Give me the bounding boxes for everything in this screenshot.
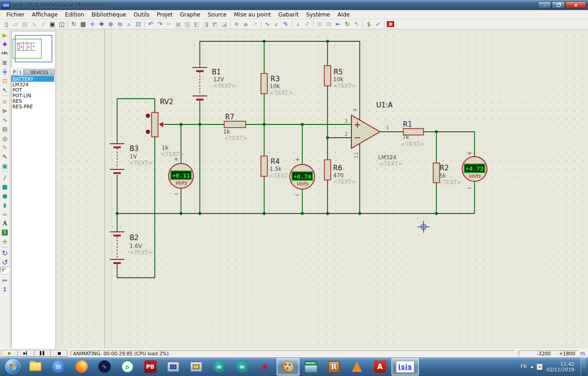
cut-button[interactable]: ✂: [164, 20, 174, 29]
menu-aide[interactable]: Aide: [334, 11, 353, 19]
terminals-mode-button[interactable]: ≡: [0, 97, 10, 106]
device-item-res-pre[interactable]: RES-PRE: [11, 104, 54, 109]
taskbar-thunderbird[interactable]: ✉: [47, 358, 70, 376]
pause-button[interactable]: ▌▌: [34, 350, 51, 357]
goto-parent-button[interactable]: ↰: [352, 20, 361, 29]
text-script-mode-button[interactable]: ≣: [0, 58, 10, 67]
block-delete-button[interactable]: ◪: [220, 20, 229, 29]
origin-button[interactable]: ✛: [88, 20, 97, 29]
device-item-res[interactable]: RES: [11, 98, 54, 104]
2d-symbol-button[interactable]: S: [0, 228, 10, 237]
taskbar-explorer[interactable]: [24, 358, 47, 376]
pick-devices-button[interactable]: P: [11, 69, 17, 75]
remove-sheet-button[interactable]: ⊠: [324, 20, 334, 29]
junction-dot-mode-button[interactable]: ✚: [0, 39, 10, 49]
open-file-button[interactable]: ▱: [11, 20, 20, 29]
rotate-anticlockwise-button[interactable]: ↺: [0, 258, 10, 267]
new-sheet-button[interactable]: ⊞: [315, 20, 324, 29]
2d-path-button[interactable]: ∞: [0, 209, 10, 219]
redo-button[interactable]: ↷: [155, 20, 164, 29]
taskbar-adobe-reader[interactable]: A: [368, 358, 391, 376]
menu-graphe[interactable]: Graphe: [176, 11, 204, 19]
search-and-tag-button[interactable]: ⌕: [272, 20, 281, 29]
pan-button[interactable]: ✚: [97, 20, 106, 29]
goto-sheet-button[interactable]: ⇤: [334, 20, 343, 29]
save-file-button[interactable]: ▤: [20, 20, 29, 29]
menu-projet[interactable]: Projet: [153, 11, 176, 19]
component-mode-button[interactable]: ▶: [0, 30, 10, 39]
menu-source[interactable]: Source: [204, 11, 230, 19]
battery-b1[interactable]: [192, 67, 207, 100]
2d-box-button[interactable]: ■: [0, 182, 10, 191]
taskbar-firefox[interactable]: [70, 358, 93, 376]
virtual-instruments-mode-button[interactable]: ▣: [0, 161, 10, 170]
import-section-button[interactable]: ⇘: [29, 20, 39, 29]
export-section-button[interactable]: ⇗: [39, 20, 48, 29]
find-component-button[interactable]: ⌕: [294, 20, 303, 29]
design-tool-button[interactable]: ✐: [303, 20, 312, 29]
property-assignment-button[interactable]: ✎: [281, 20, 290, 29]
flip-horizontal-button[interactable]: ↔: [0, 275, 10, 285]
graph-mode-button[interactable]: ∿: [0, 115, 10, 124]
zoom-out-button[interactable]: ⊖: [115, 20, 124, 29]
resistor-r6[interactable]: [324, 160, 331, 180]
block-rotate-button[interactable]: ◩: [210, 20, 220, 29]
tray-expand-arrow[interactable]: ▴: [531, 364, 533, 370]
zoom-area-button[interactable]: ⊡: [134, 20, 143, 29]
language-indicator[interactable]: FR: [520, 364, 527, 370]
device-pin-mode-button[interactable]: ⊳: [0, 106, 10, 115]
flip-vertical-button[interactable]: ↕: [0, 285, 10, 294]
menu-outils[interactable]: Outils: [130, 11, 153, 19]
show-desktop-button[interactable]: [581, 357, 586, 376]
taskbar-purebasic[interactable]: PB: [139, 358, 162, 376]
schematic-canvas[interactable]: 3 2 1 4 11 +0.11 Volts + − +: [56, 29, 588, 349]
resistor-r3[interactable]: [261, 73, 267, 94]
taskbar-magnifier-app[interactable]: ⌕: [116, 358, 139, 376]
undo-button[interactable]: ↶: [146, 20, 155, 29]
resistor-r5[interactable]: [324, 66, 331, 86]
2d-marker-button[interactable]: ✛: [0, 237, 10, 246]
device-item-pot[interactable]: POT: [11, 87, 54, 93]
menu-systeme[interactable]: Système: [302, 11, 334, 19]
zoom-in-button[interactable]: ⊕: [106, 20, 115, 29]
step-button[interactable]: ▶▎: [18, 350, 34, 357]
taskbar-isis[interactable]: isis: [391, 358, 419, 376]
2d-circle-button[interactable]: ●: [0, 191, 10, 200]
device-item-lm324[interactable]: LM324: [11, 82, 54, 87]
packaging-tool-button[interactable]: ◆: [241, 20, 250, 29]
taskbar-palette-app[interactable]: [277, 358, 300, 376]
decompose-button[interactable]: ↗: [250, 20, 260, 29]
menu-fichier[interactable]: Fichier: [3, 11, 28, 19]
menu-edition[interactable]: Edition: [62, 11, 88, 19]
restore-button[interactable]: [552, 1, 565, 9]
new-file-button[interactable]: ▯: [2, 20, 11, 29]
copy-button[interactable]: ▣: [174, 20, 183, 29]
library-button[interactable]: L: [17, 69, 24, 75]
print-button[interactable]: ▣: [48, 20, 57, 29]
netlist-to-ares-button[interactable]: ▦: [386, 20, 395, 29]
rotation-angle-display[interactable]: 0°: [0, 267, 10, 273]
play-button[interactable]: ▶: [1, 350, 18, 357]
overview-window[interactable]: [11, 31, 55, 67]
close-button[interactable]: ×: [565, 1, 586, 9]
taskbar-r-app[interactable]: R: [322, 358, 345, 376]
battery-b3[interactable]: [110, 144, 124, 173]
bill-of-materials-button[interactable]: $: [364, 20, 373, 29]
make-device-button[interactable]: ✱: [232, 20, 241, 29]
start-button[interactable]: [2, 358, 24, 376]
minimize-button[interactable]: –: [538, 1, 551, 9]
paste-button[interactable]: ▨: [183, 20, 192, 29]
clock[interactable]: 11:42 02/11/2019: [546, 361, 574, 372]
generator-mode-button[interactable]: ◎: [0, 134, 10, 143]
block-move-button[interactable]: ◨: [201, 20, 210, 29]
device-item-pot-lin[interactable]: POT-LIN: [11, 93, 54, 98]
menu-mise-au-point[interactable]: Mise au point: [230, 11, 275, 19]
erc-report-button[interactable]: ✓: [373, 20, 383, 29]
2d-arc-button[interactable]: ◗: [0, 200, 10, 209]
device-item-battery[interactable]: BATTERY: [11, 76, 54, 82]
taskbar-paint-splatter-app[interactable]: ✶: [254, 358, 277, 376]
taskbar-network-tool[interactable]: [162, 358, 185, 376]
taskbar-paintshop[interactable]: PAINT: [300, 358, 322, 376]
taskbar-audacity[interactable]: ∿: [93, 358, 116, 376]
menu-bibliotheque[interactable]: Bibliothèque: [88, 11, 130, 19]
